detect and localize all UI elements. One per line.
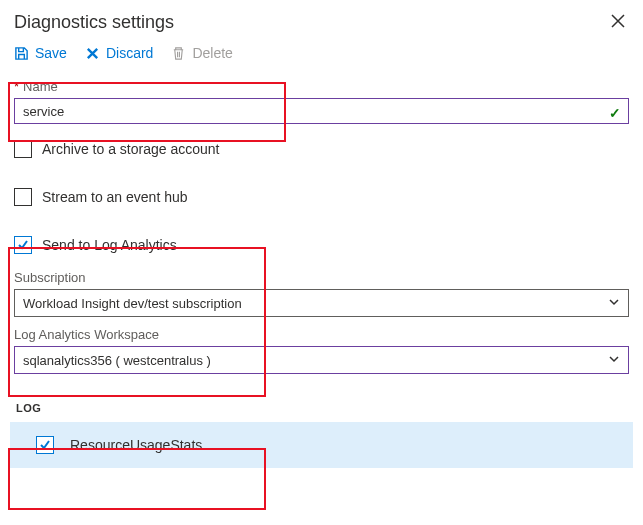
name-section: *Name ✓: [0, 71, 643, 128]
workspace-select[interactable]: sqlanalytics356 ( westcentralus ): [14, 346, 629, 374]
chevron-down-icon: [608, 296, 620, 311]
loganalytics-label: Send to Log Analytics: [42, 237, 177, 253]
log-item-checkbox[interactable]: [36, 436, 54, 454]
archive-row: Archive to a storage account: [0, 128, 643, 170]
save-button[interactable]: Save: [14, 45, 67, 61]
save-icon: [14, 46, 29, 61]
name-input[interactable]: [14, 98, 629, 124]
stream-row: Stream to an event hub: [0, 170, 643, 218]
workspace-value: sqlanalytics356 ( westcentralus ): [23, 353, 211, 368]
close-button[interactable]: [607, 10, 629, 35]
loganalytics-checkbox[interactable]: [14, 236, 32, 254]
check-icon: [39, 439, 51, 451]
discard-button[interactable]: Discard: [85, 45, 153, 61]
delete-label: Delete: [192, 45, 232, 61]
save-label: Save: [35, 45, 67, 61]
workspace-label: Log Analytics Workspace: [14, 327, 629, 342]
subscription-value: Workload Insight dev/test subscription: [23, 296, 242, 311]
discard-icon: [85, 46, 100, 61]
log-item-label: ResourceUsageStats: [70, 437, 202, 453]
stream-label: Stream to an event hub: [42, 189, 188, 205]
name-label: *Name: [14, 79, 629, 94]
log-item-row[interactable]: ResourceUsageStats: [10, 422, 633, 468]
archive-label: Archive to a storage account: [42, 141, 219, 157]
check-icon: [17, 239, 29, 251]
close-icon: [611, 14, 625, 28]
archive-checkbox[interactable]: [14, 140, 32, 158]
workspace-block: Log Analytics Workspace sqlanalytics356 …: [0, 319, 643, 384]
subscription-select[interactable]: Workload Insight dev/test subscription: [14, 289, 629, 317]
loganalytics-row: Send to Log Analytics: [0, 218, 643, 266]
subscription-block: Subscription Workload Insight dev/test s…: [0, 266, 643, 319]
discard-label: Discard: [106, 45, 153, 61]
stream-checkbox[interactable]: [14, 188, 32, 206]
required-star: *: [14, 79, 19, 94]
delete-button: Delete: [171, 45, 232, 61]
valid-check-icon: ✓: [609, 105, 621, 121]
toolbar: Save Discard Delete: [0, 41, 643, 71]
subscription-label: Subscription: [14, 270, 629, 285]
log-heading: LOG: [0, 384, 643, 422]
delete-icon: [171, 46, 186, 61]
chevron-down-icon: [608, 353, 620, 368]
page-title: Diagnostics settings: [14, 12, 174, 33]
